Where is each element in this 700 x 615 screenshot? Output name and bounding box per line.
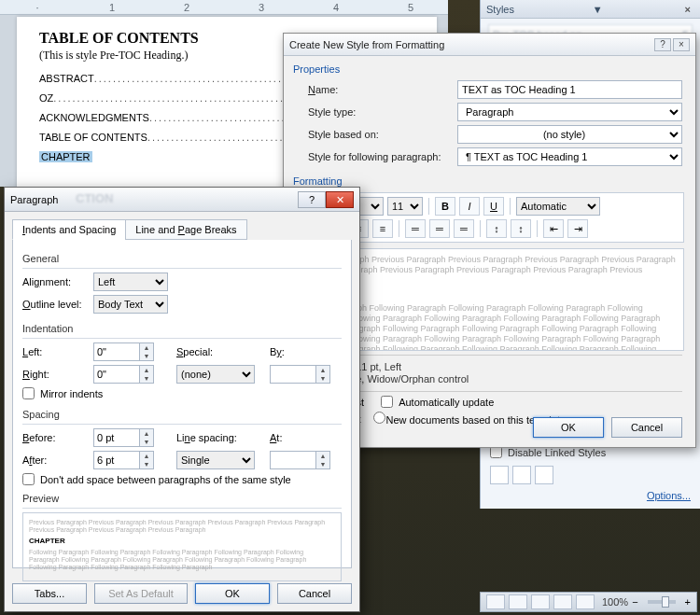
before-spin[interactable]: ▲▼ xyxy=(93,428,154,447)
indentation-group: Indentation xyxy=(22,323,342,334)
style-inspector-icon[interactable] xyxy=(512,466,531,484)
general-group: General xyxy=(22,253,342,264)
decrease-indent-button[interactable]: ⇤ xyxy=(543,219,564,238)
close-icon[interactable]: × xyxy=(673,38,690,51)
before-label: Before: xyxy=(22,432,93,443)
left-indent-spin[interactable]: ▲▼ xyxy=(93,342,154,361)
name-field[interactable] xyxy=(457,80,682,99)
alignment-label: Alignment: xyxy=(22,276,93,287)
formatting-group: Formatting xyxy=(293,175,695,187)
view-outline-button[interactable] xyxy=(553,594,572,609)
at-spin[interactable]: ▲▼ xyxy=(270,451,330,469)
by-label: By: xyxy=(270,346,307,357)
right-indent-label: Right: xyxy=(22,369,93,380)
mirror-indents-checkbox[interactable]: Mirror indents xyxy=(22,387,342,399)
help-icon[interactable]: ? xyxy=(298,191,326,208)
dropdown-icon[interactable]: ▼ xyxy=(593,4,603,15)
spacing-group: Spacing xyxy=(22,409,342,420)
options-link[interactable]: Options... xyxy=(490,490,691,501)
increase-indent-button[interactable]: ⇥ xyxy=(567,219,588,238)
view-draft-button[interactable] xyxy=(576,594,595,609)
properties-group: Properties xyxy=(293,63,695,75)
ok-button[interactable]: OK xyxy=(195,583,270,604)
view-reading-button[interactable] xyxy=(509,594,527,609)
auto-update-checkbox[interactable] xyxy=(381,396,393,408)
preview-group: Preview xyxy=(22,493,342,504)
alignment-select[interactable]: Left xyxy=(93,273,168,291)
cancel-button[interactable]: Cancel xyxy=(611,417,682,438)
type-select[interactable]: Paragraph xyxy=(457,103,682,121)
ok-button[interactable]: OK xyxy=(533,417,604,438)
status-bar: 100% − + xyxy=(480,592,697,612)
tabs-button[interactable]: Tabs... xyxy=(12,583,87,604)
spacing-2-button[interactable]: ═ xyxy=(454,219,474,238)
decrease-before-button[interactable]: ↕ xyxy=(511,219,531,238)
manage-styles-icon[interactable] xyxy=(535,466,553,484)
tab-line-page-breaks[interactable]: Line and Page Breaks xyxy=(125,219,246,240)
blurred-text: CTION xyxy=(76,191,113,205)
dialog-title: Create New Style from Formatting xyxy=(289,39,444,50)
type-label: Style type: xyxy=(308,106,457,118)
paragraph-preview: Previous Paragraph Previous Paragraph Pr… xyxy=(22,512,342,581)
styles-pane-title: Styles xyxy=(486,4,514,15)
paragraph-dialog: Paragraph CTION ? ✕ Indents and Spacing … xyxy=(4,187,360,612)
close-icon[interactable]: × xyxy=(681,4,694,15)
dont-add-space-checkbox[interactable]: Don't add space between paragraphs of th… xyxy=(22,473,342,485)
left-indent-label: Left: xyxy=(22,346,93,357)
spacing-15-button[interactable]: ═ xyxy=(429,219,450,238)
align-justify-button[interactable]: ≡ xyxy=(372,219,393,238)
zoom-in-button[interactable]: + xyxy=(685,596,691,608)
basedon-select[interactable]: (no style) xyxy=(457,125,682,144)
name-label: Name: xyxy=(308,84,457,95)
after-label: After: xyxy=(22,454,93,466)
view-print-button[interactable] xyxy=(486,594,505,609)
underline-button[interactable]: U xyxy=(483,197,504,216)
special-label: Special: xyxy=(176,346,232,357)
cancel-button[interactable]: Cancel xyxy=(277,583,352,604)
basedon-label: Style based on: xyxy=(308,129,457,140)
tab-indents-spacing[interactable]: Indents and Spacing xyxy=(12,219,126,240)
set-default-button[interactable]: Set As Default xyxy=(94,583,188,604)
special-select[interactable]: (none) xyxy=(176,365,255,384)
outline-select[interactable]: Body Text xyxy=(93,295,168,314)
following-select[interactable]: ¶ TEXT as TOC Heading 1 xyxy=(457,147,682,166)
after-spin[interactable]: ▲▼ xyxy=(93,451,154,469)
help-icon[interactable]: ? xyxy=(654,38,671,51)
zoom-out-button[interactable]: − xyxy=(632,596,637,608)
view-web-button[interactable] xyxy=(531,594,550,609)
line-spacing-label: Line spacing: xyxy=(176,432,251,443)
zoom-label[interactable]: 100% xyxy=(602,596,628,608)
color-select[interactable]: Automatic xyxy=(516,197,600,216)
outline-label: Outline level: xyxy=(22,299,93,310)
right-indent-spin[interactable]: ▲▼ xyxy=(93,365,154,384)
following-label: Style for following paragraph: xyxy=(308,151,457,162)
spacing-1-button[interactable]: ═ xyxy=(405,219,426,238)
close-icon[interactable]: ✕ xyxy=(326,191,354,208)
new-style-icon[interactable] xyxy=(490,466,509,484)
line-spacing-select[interactable]: Single xyxy=(176,451,255,469)
size-select[interactable]: 11 xyxy=(387,197,423,216)
tab-strip: Indents and Spacing Line and Page Breaks xyxy=(12,219,352,240)
zoom-slider[interactable] xyxy=(648,600,676,604)
italic-button[interactable]: I xyxy=(459,197,480,216)
at-label: At: xyxy=(270,432,307,443)
increase-before-button[interactable]: ↕ xyxy=(486,219,507,238)
dialog-titlebar: Paragraph CTION ? ✕ xyxy=(5,188,359,212)
ruler: ·12345 xyxy=(0,0,448,15)
by-spin[interactable]: ▲▼ xyxy=(270,365,330,384)
styles-pane-header: Styles ▼ × xyxy=(481,0,700,19)
dialog-title: Paragraph xyxy=(10,194,58,205)
bold-button[interactable]: B xyxy=(435,197,455,216)
dialog-titlebar: Create New Style from Formatting ?× xyxy=(284,34,695,56)
